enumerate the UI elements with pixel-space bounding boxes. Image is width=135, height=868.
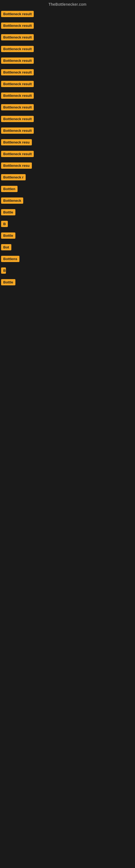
bottleneck-badge-9[interactable]: Bottleneck result (1, 104, 34, 111)
badge-row-7: Bottleneck result (0, 79, 135, 90)
bottleneck-badge-6[interactable]: Bottleneck result (1, 69, 34, 75)
badge-row-12: Bottleneck resu (0, 137, 135, 149)
bottleneck-badge-4[interactable]: Bottleneck result (1, 46, 34, 52)
badge-row-10: Bottleneck result (0, 114, 135, 125)
bottleneck-badge-5[interactable]: Bottleneck result (1, 58, 34, 64)
site-title: TheBottlenecker.com (0, 0, 135, 8)
bottleneck-badge-12[interactable]: Bottleneck resu (1, 139, 32, 145)
bottleneck-badge-11[interactable]: Bottleneck result (1, 127, 34, 134)
bottleneck-badge-18[interactable]: Bottle (1, 209, 15, 215)
bottleneck-badge-3[interactable]: Bottleneck result (1, 34, 34, 40)
bottleneck-badge-7[interactable]: Bottleneck result (1, 81, 34, 87)
badge-row-1: Bottleneck result (0, 9, 135, 20)
bottleneck-badge-22[interactable]: Bottlens (1, 256, 19, 262)
badge-row-14: Bottleneck resu (0, 160, 135, 172)
bottleneck-badge-1[interactable]: Bottleneck result (1, 11, 34, 17)
badge-row-5: Bottleneck result (0, 55, 135, 67)
badge-row-2: Bottleneck result (0, 20, 135, 32)
badge-row-24: Bottle (0, 277, 135, 289)
badge-row-3: Bottleneck result (0, 32, 135, 44)
badge-row-19: B (0, 219, 135, 230)
badge-row-6: Bottleneck result (0, 67, 135, 79)
bottleneck-badge-23[interactable]: B (1, 268, 6, 274)
badge-row-17: Bottleneck (0, 195, 135, 207)
bottleneck-badge-8[interactable]: Bottleneck result (1, 93, 34, 99)
badge-row-11: Bottleneck result (0, 125, 135, 137)
bottleneck-badge-2[interactable]: Bottleneck result (1, 23, 34, 29)
badge-row-8: Bottleneck result (0, 90, 135, 102)
badge-row-22: Bottlens (0, 254, 135, 265)
badge-row-9: Bottleneck result (0, 102, 135, 114)
bottleneck-badge-17[interactable]: Bottleneck (1, 197, 23, 204)
bottleneck-badge-24[interactable]: Bottle (1, 279, 15, 285)
bottleneck-badge-13[interactable]: Bottleneck result (1, 151, 34, 157)
badges-container: Bottleneck resultBottleneck resultBottle… (0, 9, 135, 289)
bottleneck-badge-14[interactable]: Bottleneck resu (1, 162, 32, 169)
badge-row-21: Bot (0, 242, 135, 254)
bottleneck-badge-15[interactable]: Bottleneck r (1, 174, 26, 180)
bottleneck-badge-19[interactable]: B (1, 221, 8, 227)
bottleneck-badge-20[interactable]: Bottle (1, 232, 15, 239)
badge-row-16: Bottlen (0, 184, 135, 195)
badge-row-13: Bottleneck result (0, 149, 135, 160)
bottleneck-badge-10[interactable]: Bottleneck result (1, 116, 34, 122)
bottleneck-badge-16[interactable]: Bottlen (1, 186, 17, 192)
badge-row-18: Bottle (0, 207, 135, 219)
badge-row-15: Bottleneck r (0, 172, 135, 184)
badge-row-4: Bottleneck result (0, 44, 135, 55)
badge-row-20: Bottle (0, 230, 135, 242)
badge-row-23: B (0, 265, 135, 277)
bottleneck-badge-21[interactable]: Bot (1, 244, 11, 250)
